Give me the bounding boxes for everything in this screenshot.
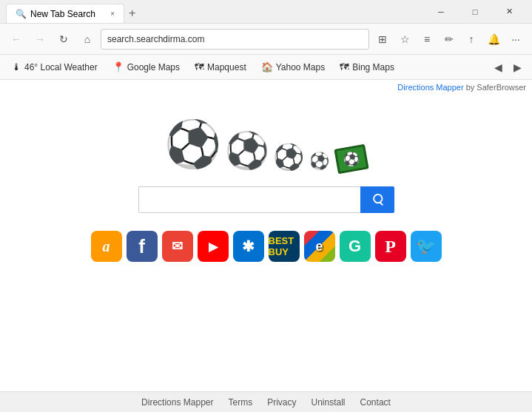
soccer-ball-xl <box>166 117 220 172</box>
attribution-main: Directions Mapper <box>397 83 463 92</box>
main-search-input[interactable] <box>138 186 360 213</box>
page-content: Directions Mapper by SaferBrowser <box>0 80 532 412</box>
search-icon <box>371 193 384 206</box>
shortcut-ebay[interactable]: e <box>304 231 335 262</box>
footer-contact[interactable]: Contact <box>360 397 391 408</box>
bookmark-prev-button[interactable]: ◀ <box>489 58 507 76</box>
google-maps-icon: 📍 <box>112 61 124 72</box>
shortcut-gmail[interactable]: ✉ <box>162 231 193 262</box>
footer-uninstall[interactable]: Uninstall <box>312 397 346 408</box>
bookmark-bing-maps-label: Bing Maps <box>352 62 394 72</box>
shortcut-grammarly[interactable]: G <box>340 231 371 262</box>
address-bar[interactable] <box>101 29 369 50</box>
soccer-ball-sm <box>309 151 330 172</box>
tab-title: New Tab Search <box>30 9 95 19</box>
collections-icon[interactable]: ⊞ <box>372 29 393 50</box>
bookmark-yahoo-maps-label: Yahoo Maps <box>276 62 326 72</box>
shortcut-pinterest[interactable]: P <box>375 231 406 262</box>
mapquest-icon: 🗺 <box>195 61 204 72</box>
nav-bar: ← → ↻ ⌂ ⊞ ☆ ≡ ✏ ↑ 🔔 ··· <box>0 24 532 55</box>
shortcut-twitter[interactable]: 🐦 <box>411 231 442 262</box>
maximize-button[interactable]: □ <box>458 0 492 24</box>
window-controls: ─ □ ✕ <box>424 0 526 24</box>
bookmark-bing-maps[interactable]: 🗺 Bing Maps <box>334 59 400 75</box>
shortcut-walmart[interactable]: ✱ <box>233 231 264 262</box>
shortcut-bestbuy[interactable]: BEST BUY <box>269 231 300 262</box>
close-button[interactable]: ✕ <box>492 0 526 24</box>
tab-favicon: 🔍 <box>16 9 26 19</box>
bookmark-weather[interactable]: 🌡 46° Local Weather <box>6 59 104 75</box>
bookmark-yahoo-maps[interactable]: 🏠 Yahoo Maps <box>255 59 331 75</box>
bookmark-weather-label: 46° Local Weather <box>24 62 98 72</box>
favorites-icon[interactable]: ☆ <box>394 29 415 50</box>
footer-terms[interactable]: Terms <box>228 397 252 408</box>
browser-window: 🔍 New Tab Search × + ─ □ ✕ ← → ↻ ⌂ ⊞ ☆ ≡… <box>0 0 532 412</box>
shortcut-amazon[interactable]: a <box>91 231 122 262</box>
tab-close-button[interactable]: × <box>110 10 115 18</box>
notifications-icon[interactable]: 🔔 <box>483 29 504 50</box>
bing-maps-icon: 🗺 <box>340 61 349 72</box>
main-search-button[interactable] <box>360 186 394 213</box>
footer-directions-mapper[interactable]: Directions Mapper <box>141 397 213 408</box>
minimize-button[interactable]: ─ <box>424 0 458 24</box>
yahoo-maps-icon: 🏠 <box>261 61 273 72</box>
soccer-stamp <box>334 144 368 175</box>
shortcuts-row: a f ✉ ▶ ✱ BEST <box>91 231 442 262</box>
bookmark-google-maps-label: Google Maps <box>127 62 180 72</box>
bookmark-mapquest[interactable]: 🗺 Mapquest <box>189 59 252 75</box>
home-button[interactable]: ⌂ <box>77 29 98 50</box>
attribution: Directions Mapper by SaferBrowser <box>397 83 526 92</box>
weather-icon: 🌡 <box>12 61 21 72</box>
soccer-ball-md <box>274 142 303 172</box>
refresh-button[interactable]: ↻ <box>53 29 74 50</box>
shortcut-youtube[interactable]: ▶ <box>198 231 229 262</box>
reading-view-icon[interactable]: ≡ <box>417 29 437 50</box>
attribution-sub: by SaferBrowser <box>466 83 526 92</box>
bookmark-google-maps[interactable]: 📍 Google Maps <box>107 59 186 75</box>
settings-icon[interactable]: ··· <box>505 29 526 50</box>
nav-icons: ⊞ ☆ ≡ ✏ ↑ 🔔 ··· <box>372 29 526 50</box>
bookmark-next-button[interactable]: ▶ <box>508 58 526 76</box>
share-icon[interactable]: ↑ <box>461 29 482 50</box>
bookmarks-bar: 🌡 46° Local Weather 📍 Google Maps 🗺 Mapq… <box>0 55 532 80</box>
bookmark-nav: ◀ ▶ <box>489 58 526 76</box>
tab-bar: 🔍 New Tab Search × + <box>6 0 140 23</box>
bookmark-mapquest-label: Mapquest <box>207 62 246 72</box>
page-footer: Directions Mapper Terms Privacy Uninstal… <box>0 391 532 412</box>
new-tab-button[interactable]: + <box>124 4 140 23</box>
back-button[interactable]: ← <box>6 29 27 50</box>
shortcut-facebook[interactable]: f <box>127 231 158 262</box>
soccer-ball-lg <box>226 130 268 172</box>
search-area <box>138 186 394 213</box>
title-bar: 🔍 New Tab Search × + ─ □ ✕ <box>0 0 532 24</box>
main-content: Directions Mapper by SaferBrowser <box>0 80 532 391</box>
forward-button[interactable]: → <box>30 29 50 50</box>
logo-area <box>166 117 367 172</box>
footer-privacy[interactable]: Privacy <box>267 397 296 408</box>
active-tab[interactable]: 🔍 New Tab Search × <box>6 4 124 23</box>
web-notes-icon[interactable]: ✏ <box>439 29 459 50</box>
